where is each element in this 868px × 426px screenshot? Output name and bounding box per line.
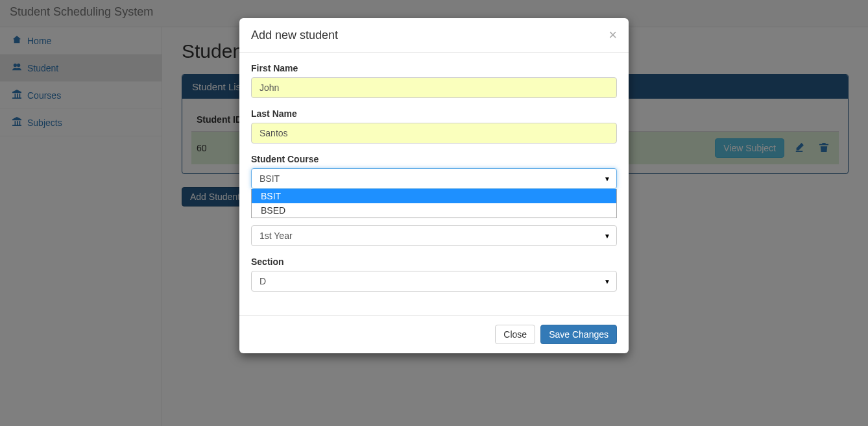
section-label: Section <box>251 257 617 267</box>
course-option-bsed[interactable]: BSED <box>252 203 616 218</box>
modal-close-button[interactable]: × <box>609 28 617 42</box>
section-select-value: D <box>259 276 266 286</box>
last-name-label: Last Name <box>251 108 617 119</box>
course-option-bsit[interactable]: BSIT <box>252 189 616 203</box>
close-button[interactable]: Close <box>495 325 535 344</box>
save-changes-button[interactable]: Save Changes <box>540 325 617 344</box>
course-label: Student Course <box>251 154 617 164</box>
last-name-input[interactable] <box>251 123 617 144</box>
section-select[interactable]: D <box>251 271 617 292</box>
first-name-input[interactable] <box>251 77 617 98</box>
course-dropdown: BSIT BSED <box>251 189 617 218</box>
add-student-modal: Add new student × First Name Last Name S… <box>239 18 629 353</box>
modal-overlay: Add new student × First Name Last Name S… <box>0 0 868 426</box>
year-select[interactable]: 1st Year <box>251 225 617 246</box>
first-name-label: First Name <box>251 63 617 73</box>
course-select[interactable]: BSIT <box>251 168 617 189</box>
year-select-value: 1st Year <box>259 231 293 241</box>
modal-title: Add new student <box>251 29 338 42</box>
close-icon: × <box>609 27 617 43</box>
course-select-value: BSIT <box>259 173 280 184</box>
